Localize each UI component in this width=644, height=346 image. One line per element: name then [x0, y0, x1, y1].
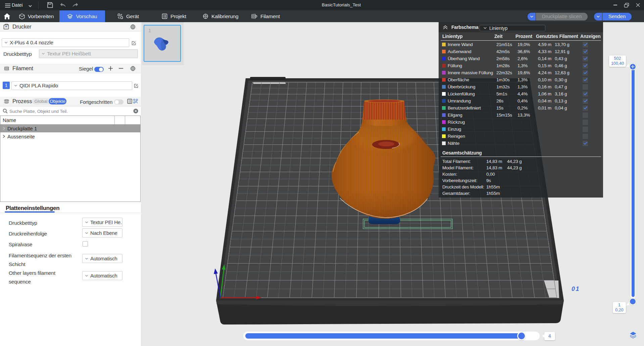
svg-text:01: 01 [572, 286, 580, 292]
